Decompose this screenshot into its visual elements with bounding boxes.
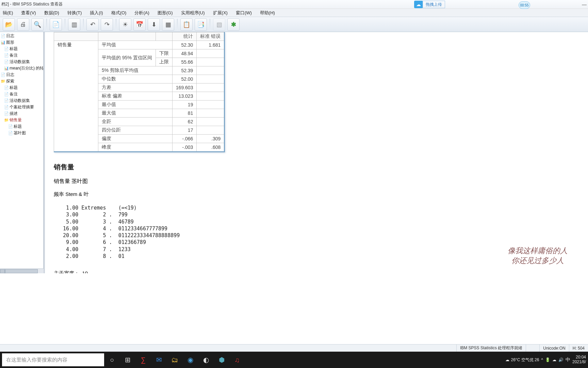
menu-edit[interactable]: 辑(E) xyxy=(3,10,13,16)
taskbar: 在这里输入你要搜索的内容 ○ ⊞ ∑ ✉ 🗂 ◉ ◐ ⬢ ♫ ☁ 26°C 空气… xyxy=(0,352,588,368)
outline-item: 📄茎叶图 xyxy=(0,130,43,136)
tray-cloud-icon[interactable]: ☁ xyxy=(552,357,556,362)
col-se: 标准 错误 xyxy=(197,32,225,41)
outline-item: 📄活动数据集 xyxy=(0,59,43,65)
cortana-icon[interactable]: ○ xyxy=(104,353,120,367)
section-heading: 销售量 xyxy=(54,163,579,172)
weather-widget[interactable]: ☁ 26°C 空气优 26 xyxy=(505,357,539,363)
goto-case-icon[interactable]: 📅 xyxy=(133,18,146,31)
export-icon[interactable]: 📄 xyxy=(50,18,62,31)
outline-item: 📄描述 xyxy=(0,110,43,117)
outline-item: 📄备注 xyxy=(0,91,43,97)
open-icon[interactable]: 📂 xyxy=(3,18,15,31)
outline-scrollbar[interactable] xyxy=(0,269,44,273)
chart-icon[interactable]: ▧ xyxy=(213,18,225,31)
menu-transform[interactable]: 转换(T) xyxy=(67,10,82,16)
toolbar-divider xyxy=(83,19,84,30)
redo-icon[interactable]: ↷ xyxy=(101,18,113,31)
menu-format[interactable]: 格式(O) xyxy=(111,10,127,16)
spss-icon[interactable]: ∑ xyxy=(135,353,151,367)
add-icon[interactable]: ✱ xyxy=(227,18,240,31)
outline-item: 📄日志 xyxy=(0,33,43,39)
insert-icon[interactable]: 📋 xyxy=(180,18,193,31)
taskbar-clock[interactable]: 20:04 2021/8/ xyxy=(572,355,586,365)
status-blank xyxy=(526,344,539,352)
outline-item: 📄标题 xyxy=(0,123,43,130)
designate-icon[interactable]: 📑 xyxy=(195,18,207,31)
stem-leaf-header: 频率 Stem & 叶 xyxy=(54,191,579,198)
netease-icon[interactable]: ♫ xyxy=(229,353,245,367)
preview-icon[interactable]: 🔍 xyxy=(31,18,44,31)
descriptives-table[interactable]: 统计标准 错误 销售量平均值52.301.681平均值的 95% 置信区间下限4… xyxy=(54,32,225,152)
menu-analyze[interactable]: 分析(A) xyxy=(134,10,149,16)
outline-item: 📄备注 xyxy=(0,52,43,59)
mail-icon[interactable]: ✉ xyxy=(151,353,167,367)
tray-volume-icon[interactable]: 🔊 xyxy=(558,357,564,362)
timer-badge: 00:55 xyxy=(519,1,530,9)
scroll-thumb[interactable] xyxy=(5,269,38,273)
outline-item: 📊mean(百分比) 的转 xyxy=(0,65,43,72)
menu-insert[interactable]: 插入(I) xyxy=(90,10,103,16)
toolbar-divider xyxy=(177,19,178,30)
workspace: 📄日志 📊图形 📄标题 📄备注 📄活动数据集 📊mean(百分比) 的转 📄日志… xyxy=(0,32,588,273)
toolbar-divider xyxy=(65,19,65,30)
toolbar: 📂 🖨 🔍 📄 ▥ ↶ ↷ ☀ 📅 ⬇ ▦ 📋 📑 ▧ ✱ xyxy=(0,17,588,32)
status-pos: H: 504 xyxy=(569,344,588,352)
outline-item: 📄标题 xyxy=(0,85,43,91)
outline-item: 📁销售量 xyxy=(0,117,43,123)
scroll-left-icon[interactable] xyxy=(0,269,5,273)
status-unicode: Unicode:ON xyxy=(539,344,569,352)
menu-window[interactable]: 窗口(W) xyxy=(236,10,252,16)
col-stat: 统计 xyxy=(172,32,197,41)
outline-item: 📁探索 xyxy=(0,78,43,85)
scroll-track[interactable] xyxy=(5,269,44,274)
status-processor: IBM SPSS Statistics 处理程序就绪 xyxy=(456,344,526,352)
title-bar: 档2] - IBM SPSS Statistics 查看器 ☁ 拖拽上传 00:… xyxy=(0,0,588,9)
chrome-icon[interactable]: ◐ xyxy=(198,353,214,367)
goto-data-icon[interactable]: ☀ xyxy=(119,18,131,31)
outline-pane[interactable]: 📄日志 📊图形 📄标题 📄备注 📄活动数据集 📊mean(百分比) 的转 📄日志… xyxy=(0,32,44,269)
outline-item: 📄活动数据集 xyxy=(0,97,43,104)
explorer-icon[interactable]: 🗂 xyxy=(167,353,182,367)
menu-ext[interactable]: 扩展(X) xyxy=(213,10,228,16)
system-tray: ☁ 26°C 空气优 26 ^ 🔋 ☁ 🔊 中 20:04 2021/8/ xyxy=(505,355,588,365)
tray-battery-icon[interactable]: 🔋 xyxy=(545,357,550,362)
menu-utility[interactable]: 实用程序(U) xyxy=(181,10,205,16)
stem-leaf-body: 1.00 Extremes (=<19) 3.00 2 . 799 5.00 3… xyxy=(54,204,579,260)
cloud-icon[interactable]: ☁ xyxy=(414,1,423,8)
outline-item: 📄个案处理摘要 xyxy=(0,104,43,110)
menu-bar: 辑(E) 查看(V) 数据(D) 转换(T) 插入(I) 格式(O) 分析(A)… xyxy=(0,9,588,17)
tray-ime[interactable]: 中 xyxy=(566,357,570,363)
menu-help[interactable]: 帮助(H) xyxy=(260,10,275,16)
print-icon[interactable]: 🖨 xyxy=(17,18,29,31)
toolbar-divider xyxy=(46,19,47,30)
window-controls: — xyxy=(582,2,587,7)
app-icon[interactable]: ⬢ xyxy=(214,353,229,367)
upload-button[interactable]: 拖拽上传 xyxy=(423,1,445,8)
outline-item: 📄日志 xyxy=(0,72,43,78)
cloud-upload-box: ☁ 拖拽上传 xyxy=(414,1,445,8)
undo-icon[interactable]: ↶ xyxy=(86,18,99,31)
stem-footnote: 主干宽度： 10 每个叶： 1 个案 xyxy=(54,269,579,273)
output-pane[interactable]: 统计标准 错误 销售量平均值52.301.681平均值的 95% 置信区间下限4… xyxy=(44,32,588,273)
table-row: 销售量平均值52.301.681 xyxy=(54,41,225,49)
menu-view[interactable]: 查看(V) xyxy=(21,10,36,16)
tray-chevron-icon[interactable]: ^ xyxy=(541,357,543,362)
outline-item: 📊图形 xyxy=(0,39,43,46)
edge-icon[interactable]: ◉ xyxy=(182,353,198,367)
stem-leaf-title: 销售量 茎叶图 xyxy=(54,178,579,185)
menu-graph[interactable]: 图形(G) xyxy=(158,10,173,16)
select-cases-icon[interactable]: ▦ xyxy=(162,18,174,31)
window-title: 档2] - IBM SPSS Statistics 查看器 xyxy=(1,1,63,7)
menu-data[interactable]: 数据(D) xyxy=(44,10,59,16)
minimize-button[interactable]: — xyxy=(582,2,587,7)
lyric-overlay: 像我这样庸俗的人 你还见过多少人 xyxy=(508,246,568,266)
taskview-icon[interactable]: ⊞ xyxy=(120,353,135,367)
recall-dialog-icon[interactable]: ▥ xyxy=(68,18,80,31)
toolbar-divider xyxy=(116,19,116,30)
status-bar: IBM SPSS Statistics 处理程序就绪 Unicode:ON H:… xyxy=(0,344,588,352)
taskbar-search[interactable]: 在这里输入你要搜索的内容 xyxy=(2,353,104,366)
variables-icon[interactable]: ⬇ xyxy=(148,18,160,31)
toolbar-divider xyxy=(210,19,210,30)
outline-item: 📄标题 xyxy=(0,46,43,52)
